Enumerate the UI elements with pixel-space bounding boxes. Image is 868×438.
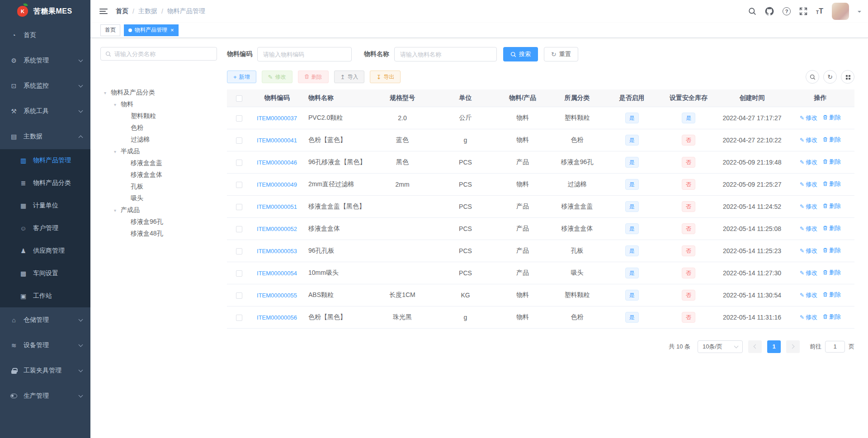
row-edit-link[interactable]: ✎修改 [800,203,817,211]
edit-button[interactable]: ✎ 修改 [262,71,292,83]
reset-button[interactable]: ↻ 重置 [544,47,578,61]
material-code-link[interactable]: ITEM00000037 [257,115,297,122]
row-edit-link[interactable]: ✎修改 [800,158,817,166]
sidebar-item-workstation[interactable]: ▣工作站 [0,285,90,307]
font-size-icon[interactable]: TT [816,8,823,15]
material-code-link[interactable]: ITEM00000052 [257,226,297,232]
sidebar-item-system-settings[interactable]: ⚙系统管理 [0,48,90,73]
material-code-link[interactable]: ITEM00000051 [257,203,297,210]
sidebar-item-equipment-manage[interactable]: ≋设备管理 [0,333,90,358]
material-name-input[interactable] [394,47,497,61]
goto-page-input[interactable] [825,341,845,353]
row-checkbox[interactable] [236,137,242,144]
tree-node[interactable]: 孔板 [100,181,217,193]
select-all-checkbox[interactable] [236,95,242,102]
sidebar-item-material-product-category[interactable]: ≣物料产品分类 [0,172,90,194]
sidebar-item-production-manage[interactable]: 生产管理 [0,383,90,409]
row-delete-link[interactable]: 删除 [823,202,841,210]
search-icon[interactable] [748,7,756,15]
sidebar-item-material-product-manage[interactable]: ▥物料产品管理 [0,149,90,172]
breadcrumb-master-data[interactable]: 主数据 [138,7,157,15]
sidebar-item-customer-manage[interactable]: ☺客户管理 [0,217,90,240]
fullscreen-icon[interactable] [799,7,807,15]
tree-node[interactable]: ▾物料及产品分类 [100,87,217,99]
tree-node[interactable]: ▾半成品 [100,146,217,157]
row-delete-link[interactable]: 删除 [823,158,841,166]
sidebar-item-system-tools[interactable]: ⚒系统工具 [0,99,90,124]
material-code-link[interactable]: ITEM00000053 [257,248,297,254]
sidebar-item-warehouse-manage[interactable]: ⌂仓储管理 [0,307,90,333]
row-checkbox[interactable] [236,270,242,277]
sidebar-item-master-data[interactable]: ▤主数据 [0,124,90,149]
columns-button[interactable] [841,70,854,84]
material-code-input[interactable] [257,47,352,61]
prev-page-button[interactable] [748,340,762,353]
tree-node[interactable]: ▾产成品 [100,204,217,216]
row-delete-link[interactable]: 删除 [823,113,841,122]
material-code-link[interactable]: ITEM00000055 [257,292,297,299]
add-button[interactable]: + 新增 [227,71,256,83]
row-delete-link[interactable]: 删除 [823,180,841,188]
category-search-input[interactable] [114,51,212,57]
export-button[interactable]: ↧ 导出 [370,71,401,83]
sidebar-item-fixture-manage[interactable]: 工装夹具管理 [0,358,90,383]
hamburger-icon[interactable] [99,9,108,14]
row-delete-link[interactable]: 删除 [823,268,841,277]
row-delete-link[interactable]: 删除 [823,291,841,299]
row-checkbox[interactable] [236,248,242,254]
material-code-link[interactable]: ITEM00000054 [257,270,297,277]
row-delete-link[interactable]: 删除 [823,313,841,321]
sidebar-item-measure-unit[interactable]: ▦计量单位 [0,194,90,217]
row-edit-link[interactable]: ✎修改 [800,180,817,188]
show-search-button[interactable] [806,70,819,84]
row-delete-link[interactable]: 删除 [823,136,841,144]
tree-node[interactable]: ▾物料 [100,99,217,110]
row-checkbox[interactable] [236,315,242,321]
tab-material-product-manage[interactable]: 物料产品管理 × [124,24,179,36]
row-delete-link[interactable]: 删除 [823,224,841,232]
tree-node[interactable]: 色粉 [100,122,217,134]
tree-node[interactable]: 移液盒96孔 [100,216,217,228]
row-edit-link[interactable]: ✎修改 [800,269,817,277]
github-icon[interactable] [765,7,774,16]
row-edit-link[interactable]: ✎修改 [800,247,817,255]
material-code-link[interactable]: ITEM00000056 [257,314,297,321]
row-delete-link[interactable]: 删除 [823,246,841,254]
row-edit-link[interactable]: ✎修改 [800,291,817,299]
tab-home[interactable]: 首页 [100,24,120,36]
row-checkbox[interactable] [236,182,242,188]
material-code-link[interactable]: ITEM00000041 [257,137,297,144]
page-size-select[interactable]: 10条/页 [698,340,743,353]
row-edit-link[interactable]: ✎修改 [800,313,817,321]
page-number-1[interactable]: 1 [767,340,781,353]
row-checkbox[interactable] [236,160,242,166]
row-edit-link[interactable]: ✎修改 [800,114,817,122]
breadcrumb-home[interactable]: 首页 [116,7,128,15]
row-edit-link[interactable]: ✎修改 [800,225,817,233]
material-code-link[interactable]: ITEM00000049 [257,181,297,188]
tree-node[interactable]: 过滤棉 [100,134,217,146]
close-icon[interactable]: × [170,27,174,33]
tree-node[interactable]: 塑料颗粒 [100,110,217,122]
tree-node[interactable]: 吸头 [100,193,217,204]
material-code-link[interactable]: ITEM00000046 [257,159,297,166]
sidebar-item-workshop-settings[interactable]: ▩车间设置 [0,262,90,285]
row-checkbox[interactable] [236,226,242,232]
chevron-down-icon[interactable] [858,11,861,14]
tree-node[interactable]: 移液盒48孔 [100,228,217,240]
refresh-button[interactable]: ↻ [823,70,837,84]
avatar[interactable] [832,3,849,20]
sidebar-item-supplier-manage[interactable]: ♟供应商管理 [0,240,90,262]
import-button[interactable]: ↥ 导入 [334,71,365,83]
sidebar-item-dashboard[interactable]: ◔首页 [0,23,90,48]
tree-node[interactable]: 移液盒盒盖 [100,157,217,169]
help-icon[interactable]: ? [783,7,791,15]
delete-button[interactable]: 删除 [298,71,329,83]
tree-node[interactable]: 移液盒盒体 [100,169,217,181]
row-checkbox[interactable] [236,115,242,122]
row-checkbox[interactable] [236,292,242,299]
row-edit-link[interactable]: ✎修改 [800,136,817,144]
search-button[interactable]: 搜索 [503,47,538,61]
sidebar-item-system-monitor[interactable]: ⊡系统监控 [0,73,90,99]
row-checkbox[interactable] [236,204,242,210]
